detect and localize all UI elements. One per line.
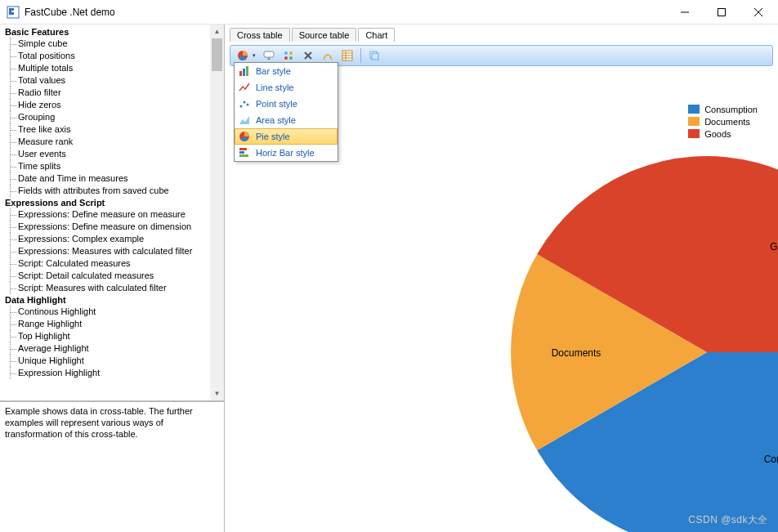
tab-chart[interactable]: Chart bbox=[358, 28, 395, 42]
legend-item: Documents bbox=[688, 115, 758, 127]
watermark: CSDN @sdk大全 bbox=[688, 513, 768, 527]
legend-label: Consumption bbox=[704, 105, 758, 114]
svg-point-5 bbox=[289, 51, 293, 55]
slice-label-documents: Documents bbox=[552, 347, 601, 359]
svg-point-7 bbox=[289, 56, 293, 60]
tree-item[interactable]: Fields with attributes from saved cube bbox=[3, 185, 224, 197]
scroll-down-icon[interactable]: ▼ bbox=[210, 387, 224, 400]
dropdown-item-label: Point style bbox=[256, 99, 297, 109]
tree-item[interactable]: Continous Highlight bbox=[3, 306, 224, 318]
svg-rect-18 bbox=[239, 148, 247, 150]
svg-rect-20 bbox=[239, 154, 248, 157]
tree-item[interactable]: Grouping bbox=[3, 111, 224, 123]
copy-button[interactable] bbox=[299, 47, 317, 64]
tab-strip: Cross tableSource tableChart bbox=[225, 25, 778, 42]
svg-rect-11 bbox=[239, 71, 242, 76]
tree-item[interactable]: Total positions bbox=[3, 50, 224, 62]
legend-swatch bbox=[688, 129, 700, 138]
titlebar: FastCube .Net demo bbox=[0, 0, 778, 25]
point-style-icon bbox=[238, 97, 251, 110]
svg-point-16 bbox=[247, 104, 249, 106]
chart-legend: ConsumptionDocumentsGoods bbox=[688, 103, 758, 140]
tree-item[interactable]: Expressions: Define measure on dimension bbox=[3, 221, 224, 233]
marks-button[interactable] bbox=[260, 47, 278, 64]
app-icon bbox=[7, 6, 20, 19]
scroll-up-icon[interactable]: ▲ bbox=[210, 25, 224, 38]
tree-group-head[interactable]: Expressions and Script bbox=[3, 197, 224, 208]
tree-item[interactable]: Time splits bbox=[3, 160, 224, 172]
sidebar: Basic FeaturesSimple cubeTotal positions… bbox=[0, 25, 225, 532]
tree-item[interactable]: Tree like axis bbox=[3, 123, 224, 136]
dropdown-item-pie-style[interactable]: Pie style bbox=[235, 128, 338, 145]
tree-item[interactable]: Simple cube bbox=[3, 38, 224, 50]
maximize-button[interactable] bbox=[703, 1, 740, 24]
tree-item[interactable]: Average Highlight bbox=[3, 342, 224, 355]
dropdown-item-area-style[interactable]: Area style bbox=[235, 112, 338, 128]
legend-label: Documents bbox=[704, 117, 750, 127]
tree-item[interactable]: Script: Calculated measures bbox=[3, 257, 224, 270]
tree-item[interactable]: User events bbox=[3, 148, 224, 160]
bar-style-icon bbox=[238, 65, 251, 78]
tree-item[interactable]: Expressions: Complex example bbox=[3, 233, 224, 245]
tree-item[interactable]: Multiple totals bbox=[3, 62, 224, 74]
dropdown-item-label: Bar style bbox=[256, 66, 291, 76]
tree-item[interactable]: Range Highlight bbox=[3, 318, 224, 330]
svg-rect-3 bbox=[264, 51, 274, 57]
legend-item: Goods bbox=[688, 127, 758, 140]
tab-cross-table[interactable]: Cross table bbox=[230, 28, 290, 42]
legend-label: Goods bbox=[704, 129, 731, 139]
tree-item[interactable]: Top Highlight bbox=[3, 330, 224, 342]
tree-group-head[interactable]: Basic Features bbox=[3, 26, 224, 38]
window-title: FastCube .Net demo bbox=[25, 7, 666, 18]
dropdown-item-label: Area style bbox=[256, 115, 296, 125]
horiz-bar-style-icon bbox=[238, 146, 251, 159]
tree-item[interactable]: Unique Highlight bbox=[3, 355, 224, 367]
tree-item[interactable]: Expressions: Define measure on measure bbox=[3, 208, 224, 221]
svg-rect-10 bbox=[372, 53, 378, 60]
pie-style-icon bbox=[238, 130, 251, 143]
tree-group-head[interactable]: Data Highlight bbox=[3, 294, 224, 306]
tree-item[interactable]: Expression Highlight bbox=[3, 367, 224, 379]
tree-item[interactable]: Expressions: Measures with calculated fi… bbox=[3, 245, 224, 257]
chart-area: ConsumptionDocumentsGoods Consumption Do… bbox=[454, 70, 774, 528]
tree-item[interactable]: Script: Measures with calculated filter bbox=[3, 282, 224, 294]
legend-item: Consumption bbox=[688, 103, 758, 115]
pie-chart: Consumption Documents Goods bbox=[494, 140, 778, 532]
main-area: Basic FeaturesSimple cubeTotal positions… bbox=[0, 25, 778, 532]
tree-item[interactable]: Hide zeros bbox=[3, 99, 224, 111]
tree-item[interactable]: Measure rank bbox=[3, 136, 224, 148]
slice-label-goods: Goods bbox=[770, 241, 778, 253]
minimize-button[interactable] bbox=[666, 1, 703, 24]
tree-item[interactable]: Script: Detail calculated measures bbox=[3, 270, 224, 282]
tree-item[interactable]: Date and Time in measures bbox=[3, 172, 224, 185]
tree-scrollbar[interactable]: ▲ ▼ bbox=[210, 25, 224, 400]
dropdown-item-horiz-bar-style[interactable]: Horiz Bar style bbox=[235, 145, 338, 161]
svg-rect-1 bbox=[718, 8, 725, 16]
dropdown-item-label: Horiz Bar style bbox=[256, 148, 315, 158]
svg-point-15 bbox=[244, 101, 246, 104]
data-manager-button[interactable] bbox=[338, 47, 356, 64]
freeze-button[interactable] bbox=[319, 47, 337, 64]
tab-source-table[interactable]: Source table bbox=[292, 28, 357, 42]
chart-type-button[interactable] bbox=[234, 47, 252, 64]
toolbar-separator bbox=[360, 48, 361, 63]
tree-item[interactable]: Total values bbox=[3, 74, 224, 87]
dropdown-item-bar-style[interactable]: Bar style bbox=[235, 63, 338, 79]
legend-button[interactable] bbox=[279, 47, 297, 64]
tree-view[interactable]: Basic FeaturesSimple cubeTotal positions… bbox=[0, 25, 224, 401]
copy-chart-button[interactable] bbox=[365, 47, 383, 64]
area-style-icon bbox=[238, 114, 251, 127]
svg-rect-12 bbox=[243, 69, 245, 76]
dropdown-item-point-style[interactable]: Point style bbox=[235, 96, 338, 112]
line-style-icon bbox=[238, 81, 251, 94]
close-button[interactable] bbox=[740, 1, 776, 24]
tree-item[interactable]: Radio filter bbox=[3, 87, 224, 99]
svg-point-14 bbox=[240, 105, 243, 108]
svg-rect-19 bbox=[239, 151, 244, 154]
scroll-thumb[interactable] bbox=[212, 38, 222, 71]
description-pane: Example shows data in cross-table. The f… bbox=[0, 401, 224, 532]
dropdown-item-line-style[interactable]: Line style bbox=[235, 79, 338, 96]
chart-style-dropdown: Bar styleLine stylePoint styleArea style… bbox=[234, 62, 338, 162]
svg-rect-13 bbox=[246, 66, 248, 76]
dropdown-item-label: Line style bbox=[256, 83, 293, 92]
